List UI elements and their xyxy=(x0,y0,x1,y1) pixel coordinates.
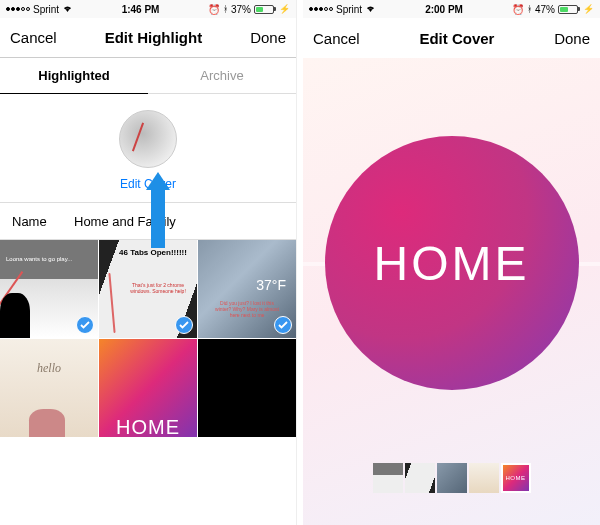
cancel-button[interactable]: Cancel xyxy=(10,29,57,46)
battery-pct: 37% xyxy=(231,4,251,15)
done-button[interactable]: Done xyxy=(554,30,590,47)
selected-check-icon xyxy=(274,316,292,334)
tabs: Highlighted Archive xyxy=(0,58,296,94)
story-caption: HOME xyxy=(116,416,180,437)
stories-grid: Loona wants to go play... 46 Tabs Open!!… xyxy=(0,240,296,437)
phone-edit-cover: Sprint 2:00 PM ⏰ ᚼ 47% ⚡ Cancel Edit Cov… xyxy=(303,0,600,525)
selected-check-icon xyxy=(175,316,193,334)
cover-thumb[interactable] xyxy=(405,463,435,493)
name-label: Name xyxy=(12,214,74,229)
cover-thumb-selected[interactable]: HOME xyxy=(501,463,531,493)
tab-archive[interactable]: Archive xyxy=(148,58,296,94)
carrier-label: Sprint xyxy=(336,4,362,15)
highlight-name-input[interactable] xyxy=(74,214,284,229)
signal-dots-icon xyxy=(6,7,30,11)
battery-icon xyxy=(254,5,276,14)
cover-crop-area[interactable]: HOME HOME xyxy=(303,58,600,525)
status-time: 2:00 PM xyxy=(425,4,463,15)
cover-crop-circle[interactable]: HOME xyxy=(325,136,579,390)
wifi-icon xyxy=(365,4,376,15)
status-time: 1:46 PM xyxy=(122,4,160,15)
story-tile[interactable]: Loona wants to go play... xyxy=(0,240,98,338)
charging-icon: ⚡ xyxy=(583,4,594,14)
bluetooth-icon: ᚼ xyxy=(527,4,532,14)
done-button[interactable]: Done xyxy=(250,29,286,46)
battery-icon xyxy=(558,5,580,14)
phone-edit-highlight: Sprint 1:46 PM ⏰ ᚼ 37% ⚡ Cancel Edit Hig… xyxy=(0,0,297,525)
alarm-icon: ⏰ xyxy=(512,4,524,15)
nav-bar: Cancel Edit Highlight Done xyxy=(0,18,296,58)
story-caption: 46 Tabs Open!!!!!! xyxy=(119,248,187,257)
cover-thumb[interactable] xyxy=(373,463,403,493)
story-temp: 37°F xyxy=(256,277,286,293)
story-tile[interactable]: HOME xyxy=(99,339,197,437)
story-caption: Loona wants to go play... xyxy=(6,256,72,262)
bluetooth-icon: ᚼ xyxy=(223,4,228,14)
battery-pct: 47% xyxy=(535,4,555,15)
nav-title: Edit Cover xyxy=(419,30,494,47)
name-row: Name xyxy=(0,202,296,240)
story-tile[interactable]: hello xyxy=(0,339,98,437)
signal-dots-icon xyxy=(309,7,333,11)
story-caption: Did you just? I lost it this winter? Why… xyxy=(212,300,282,318)
edit-cover-link[interactable]: Edit Cover xyxy=(120,177,176,191)
cancel-button[interactable]: Cancel xyxy=(313,30,360,47)
cover-text: HOME xyxy=(374,236,530,291)
cover-thumbnail[interactable] xyxy=(119,110,177,168)
cover-thumb[interactable] xyxy=(437,463,467,493)
tab-highlighted[interactable]: Highlighted xyxy=(0,58,148,94)
story-tile[interactable] xyxy=(198,339,296,437)
status-bar: Sprint 1:46 PM ⏰ ᚼ 37% ⚡ xyxy=(0,0,296,18)
cover-thumb[interactable] xyxy=(469,463,499,493)
cover-thumbnail-row: HOME xyxy=(373,463,531,493)
cover-section: Edit Cover xyxy=(0,94,296,202)
story-subcaption: That's just for 2 chrome windows. Someon… xyxy=(129,282,187,294)
carrier-label: Sprint xyxy=(33,4,59,15)
alarm-icon: ⏰ xyxy=(208,4,220,15)
selected-check-icon xyxy=(76,316,94,334)
charging-icon: ⚡ xyxy=(279,4,290,14)
story-tile[interactable]: 46 Tabs Open!!!!!! That's just for 2 chr… xyxy=(99,240,197,338)
story-tile[interactable]: 37°F Did you just? I lost it this winter… xyxy=(198,240,296,338)
wifi-icon xyxy=(62,4,73,15)
nav-bar: Cancel Edit Cover Done xyxy=(303,18,600,58)
nav-title: Edit Highlight xyxy=(105,29,202,46)
story-caption: hello xyxy=(0,361,98,376)
status-bar: Sprint 2:00 PM ⏰ ᚼ 47% ⚡ xyxy=(303,0,600,18)
